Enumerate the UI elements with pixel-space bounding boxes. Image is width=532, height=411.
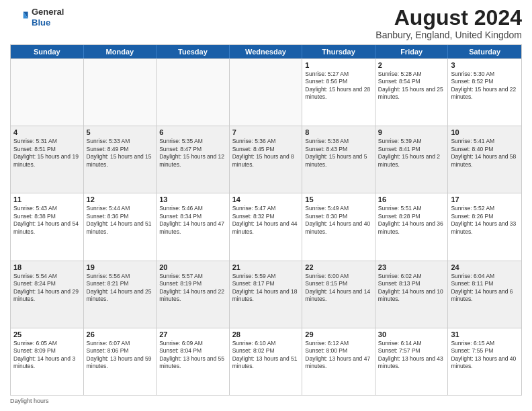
- calendar: SundayMondayTuesdayWednesdayThursdayFrid…: [10, 44, 522, 396]
- logo-icon: [10, 8, 29, 27]
- day-info: Sunrise: 5:27 AMSunset: 8:56 PMDaylight:…: [305, 71, 372, 101]
- day-number: 4: [13, 128, 81, 136]
- day-info: Sunrise: 5:56 AMSunset: 8:21 PMDaylight:…: [87, 273, 154, 304]
- day-info: Sunrise: 6:15 AMSunset: 7:55 PMDaylight:…: [451, 340, 519, 371]
- logo-text: General Blue: [32, 7, 64, 28]
- day-number: 16: [378, 195, 445, 203]
- day-info: Sunrise: 5:51 AMSunset: 8:28 PMDaylight:…: [378, 205, 445, 236]
- day-info: Sunrise: 5:46 AMSunset: 8:34 PMDaylight:…: [159, 205, 226, 236]
- calendar-cell: [11, 59, 84, 126]
- day-number: 6: [159, 128, 226, 136]
- calendar-cell: 21Sunrise: 5:59 AMSunset: 8:17 PMDayligh…: [230, 261, 303, 328]
- day-of-week-header: Saturday: [448, 45, 521, 58]
- day-number: 30: [378, 330, 445, 338]
- calendar-cell: 1Sunrise: 5:27 AMSunset: 8:56 PMDaylight…: [302, 59, 375, 126]
- logo: General Blue: [10, 7, 64, 28]
- calendar-cell: 3Sunrise: 5:30 AMSunset: 8:52 PMDaylight…: [448, 59, 521, 126]
- day-info: Sunrise: 6:09 AMSunset: 8:04 PMDaylight:…: [159, 340, 226, 371]
- day-number: 13: [159, 195, 226, 203]
- day-info: Sunrise: 5:52 AMSunset: 8:26 PMDaylight:…: [451, 205, 519, 236]
- calendar-cell: 27Sunrise: 6:09 AMSunset: 8:04 PMDayligh…: [157, 328, 230, 395]
- day-info: Sunrise: 6:02 AMSunset: 8:13 PMDaylight:…: [378, 273, 445, 304]
- day-info: Sunrise: 5:54 AMSunset: 8:24 PMDaylight:…: [13, 273, 81, 304]
- day-info: Sunrise: 5:33 AMSunset: 8:49 PMDaylight:…: [87, 138, 154, 169]
- day-info: Sunrise: 5:57 AMSunset: 8:19 PMDaylight:…: [159, 273, 226, 304]
- calendar-week-row: 1Sunrise: 5:27 AMSunset: 8:56 PMDaylight…: [11, 58, 521, 126]
- logo-general: General: [32, 7, 64, 17]
- calendar-week-row: 25Sunrise: 6:05 AMSunset: 8:09 PMDayligh…: [11, 328, 521, 395]
- day-of-week-header: Sunday: [11, 45, 84, 58]
- day-of-week-header: Thursday: [302, 45, 375, 58]
- calendar-cell: 20Sunrise: 5:57 AMSunset: 8:19 PMDayligh…: [157, 261, 230, 328]
- footer-note: Daylight hours: [10, 398, 522, 404]
- day-info: Sunrise: 5:41 AMSunset: 8:40 PMDaylight:…: [451, 138, 519, 169]
- day-info: Sunrise: 6:10 AMSunset: 8:02 PMDaylight:…: [232, 340, 300, 371]
- day-number: 11: [13, 195, 81, 203]
- day-info: Sunrise: 5:39 AMSunset: 8:41 PMDaylight:…: [378, 138, 445, 169]
- month-title: August 2024: [375, 7, 522, 28]
- calendar-cell: 24Sunrise: 6:04 AMSunset: 8:11 PMDayligh…: [448, 261, 521, 328]
- day-number: 15: [305, 195, 372, 203]
- calendar-cell: 26Sunrise: 6:07 AMSunset: 8:06 PMDayligh…: [84, 328, 157, 395]
- day-info: Sunrise: 6:07 AMSunset: 8:06 PMDaylight:…: [87, 340, 154, 371]
- calendar-cell: 18Sunrise: 5:54 AMSunset: 8:24 PMDayligh…: [11, 261, 84, 328]
- calendar-cell: [230, 59, 303, 126]
- day-info: Sunrise: 5:49 AMSunset: 8:30 PMDaylight:…: [305, 205, 372, 236]
- day-number: 9: [378, 128, 445, 136]
- calendar-cell: 12Sunrise: 5:44 AMSunset: 8:36 PMDayligh…: [84, 193, 157, 260]
- day-number: 5: [87, 128, 154, 136]
- day-info: Sunrise: 6:12 AMSunset: 8:00 PMDaylight:…: [305, 340, 372, 371]
- day-info: Sunrise: 5:36 AMSunset: 8:45 PMDaylight:…: [232, 138, 300, 169]
- day-number: 31: [451, 330, 519, 338]
- calendar-cell: 11Sunrise: 5:43 AMSunset: 8:38 PMDayligh…: [11, 193, 84, 260]
- day-of-week-header: Monday: [84, 45, 157, 58]
- calendar-body: 1Sunrise: 5:27 AMSunset: 8:56 PMDaylight…: [11, 58, 521, 395]
- day-info: Sunrise: 5:47 AMSunset: 8:32 PMDaylight:…: [232, 205, 300, 236]
- calendar-cell: 30Sunrise: 6:14 AMSunset: 7:57 PMDayligh…: [375, 328, 449, 395]
- day-number: 22: [305, 263, 372, 271]
- calendar-cell: [84, 59, 157, 126]
- day-of-week-header: Friday: [375, 45, 449, 58]
- day-info: Sunrise: 6:14 AMSunset: 7:57 PMDaylight:…: [378, 340, 445, 371]
- day-number: 27: [159, 330, 226, 338]
- day-info: Sunrise: 5:31 AMSunset: 8:51 PMDaylight:…: [13, 138, 81, 169]
- calendar-cell: 15Sunrise: 5:49 AMSunset: 8:30 PMDayligh…: [302, 193, 375, 260]
- calendar-cell: 13Sunrise: 5:46 AMSunset: 8:34 PMDayligh…: [157, 193, 230, 260]
- day-info: Sunrise: 5:35 AMSunset: 8:47 PMDaylight:…: [159, 138, 226, 169]
- calendar-cell: 19Sunrise: 5:56 AMSunset: 8:21 PMDayligh…: [84, 261, 157, 328]
- day-info: Sunrise: 5:30 AMSunset: 8:52 PMDaylight:…: [451, 71, 519, 101]
- calendar-cell: 6Sunrise: 5:35 AMSunset: 8:47 PMDaylight…: [157, 126, 230, 193]
- day-info: Sunrise: 5:44 AMSunset: 8:36 PMDaylight:…: [87, 205, 154, 236]
- calendar-cell: 5Sunrise: 5:33 AMSunset: 8:49 PMDaylight…: [84, 126, 157, 193]
- calendar-cell: 23Sunrise: 6:02 AMSunset: 8:13 PMDayligh…: [375, 261, 449, 328]
- day-info: Sunrise: 5:43 AMSunset: 8:38 PMDaylight:…: [13, 205, 81, 236]
- calendar-cell: 31Sunrise: 6:15 AMSunset: 7:55 PMDayligh…: [448, 328, 521, 395]
- calendar-cell: 22Sunrise: 6:00 AMSunset: 8:15 PMDayligh…: [302, 261, 375, 328]
- logo-blue: Blue: [32, 17, 64, 28]
- day-number: 28: [232, 330, 300, 338]
- calendar-cell: 17Sunrise: 5:52 AMSunset: 8:26 PMDayligh…: [448, 193, 521, 260]
- day-info: Sunrise: 5:59 AMSunset: 8:17 PMDaylight:…: [232, 273, 300, 304]
- calendar-cell: 10Sunrise: 5:41 AMSunset: 8:40 PMDayligh…: [448, 126, 521, 193]
- calendar-cell: 25Sunrise: 6:05 AMSunset: 8:09 PMDayligh…: [11, 328, 84, 395]
- calendar-cell: 4Sunrise: 5:31 AMSunset: 8:51 PMDaylight…: [11, 126, 84, 193]
- calendar-week-row: 4Sunrise: 5:31 AMSunset: 8:51 PMDaylight…: [11, 126, 521, 193]
- day-of-week-header: Wednesday: [230, 45, 303, 58]
- day-number: 2: [378, 61, 445, 69]
- day-number: 8: [305, 128, 372, 136]
- day-number: 25: [13, 330, 81, 338]
- calendar-cell: 2Sunrise: 5:28 AMSunset: 8:54 PMDaylight…: [375, 59, 449, 126]
- day-info: Sunrise: 6:00 AMSunset: 8:15 PMDaylight:…: [305, 273, 372, 304]
- day-number: 21: [232, 263, 300, 271]
- calendar-cell: 8Sunrise: 5:38 AMSunset: 8:43 PMDaylight…: [302, 126, 375, 193]
- day-number: 17: [451, 195, 519, 203]
- day-number: 12: [87, 195, 154, 203]
- day-number: 29: [305, 330, 372, 338]
- calendar-cell: 29Sunrise: 6:12 AMSunset: 8:00 PMDayligh…: [302, 328, 375, 395]
- day-number: 19: [87, 263, 154, 271]
- day-number: 24: [451, 263, 519, 271]
- day-number: 3: [451, 61, 519, 69]
- day-number: 7: [232, 128, 300, 136]
- calendar-cell: 16Sunrise: 5:51 AMSunset: 8:28 PMDayligh…: [375, 193, 449, 260]
- location: Banbury, England, United Kingdom: [375, 30, 522, 40]
